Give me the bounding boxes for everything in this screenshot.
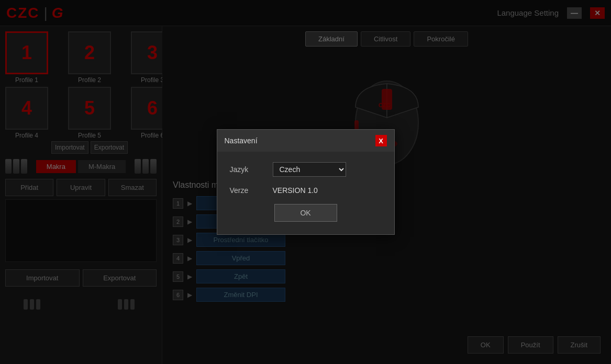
modal-lang-row: Jazyk Czech English [230,162,382,177]
modal-lang-select-wrap: Czech English [273,162,346,177]
modal-version-row: Verze VERSION 1.0 [230,186,382,195]
modal-header: Nastavení X [217,130,394,152]
modal-overlay: Nastavení X Jazyk Czech English Verze VE… [0,0,611,364]
modal-title: Nastavení [225,136,258,145]
modal-ok-button[interactable]: OK [274,204,337,222]
modal-close-button[interactable]: X [375,135,387,146]
modal-version-label: Verze [230,186,266,195]
modal-nastaveni: Nastavení X Jazyk Czech English Verze VE… [217,129,395,235]
modal-lang-label: Jazyk [230,165,266,174]
modal-version-value: VERSION 1.0 [273,186,318,195]
modal-lang-select[interactable]: Czech English [273,162,346,177]
modal-body: Jazyk Czech English Verze VERSION 1.0 OK [217,152,394,234]
